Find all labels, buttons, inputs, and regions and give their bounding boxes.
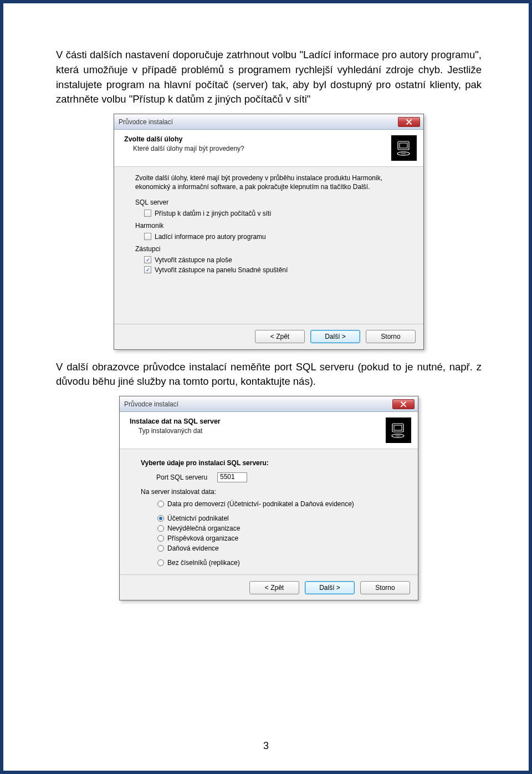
dialog-header: Instalace dat na SQL server Typ instalov… [120,412,418,449]
svg-point-3 [401,153,406,155]
radio-label: Příspěvková organizace [167,534,238,542]
checkbox-row-debug[interactable]: Ladící informace pro autory programu [135,232,410,242]
close-icon [400,401,407,407]
radio-label: Nevýdělečná organizace [167,525,240,532]
paragraph-1: V části dalších nastavení doporučuje zat… [56,48,482,107]
checkbox-icon [144,233,151,240]
installer-icon [391,135,417,161]
checkbox-row-network[interactable]: Přístup k datům i z jiných počítačů v sí… [135,208,410,218]
checkbox-row-desktop[interactable]: Vytvořit zástupce na ploše [135,255,410,265]
checkbox-label: Přístup k datům i z jiných počítačů v sí… [155,210,271,217]
checkbox-icon [144,266,151,273]
button-bar: < Zpět Další > Storno [120,574,418,600]
radio-icon [157,525,164,532]
radio-icon [157,515,164,522]
checkbox-label: Vytvořit zástupce na panelu Snadné spušt… [155,266,288,274]
window-title: Průvodce instalací [119,118,398,126]
close-button[interactable] [398,117,420,127]
svg-point-7 [395,435,401,437]
radio-label: Data pro demoverzi (Účetnictví- podnikat… [167,500,354,508]
checkbox-label: Vytvořit zástupce na ploše [155,256,232,264]
radio-icon [157,535,164,542]
dialog-content: Zvolte další úlohy, které mají být prove… [114,167,423,323]
section-harmonik: Harmonik [135,222,410,230]
titlebar: Průvodce instalací [114,114,423,130]
section-zastupci: Zástupci [135,245,410,253]
radio-label: Bez číselníků (replikace) [167,559,240,567]
next-button[interactable]: Další > [310,330,360,343]
dialog-header: Zvolte další úlohy Které další úlohy maj… [114,130,423,167]
header-heading: Zvolte další úlohy [124,135,386,143]
installer-icon [386,417,411,443]
titlebar: Průvodce instalací [120,396,418,412]
radio-label: Daňová evidence [167,544,219,552]
port-label: Port SQL serveru [156,473,217,481]
section-sql: SQL server [135,198,410,206]
button-bar: < Zpět Další > Storno [114,324,423,349]
back-button[interactable]: < Zpět [255,330,305,343]
cancel-button[interactable]: Storno [360,581,410,594]
intro-text: Zvolte další úlohy, které mají být prove… [135,174,410,191]
radio-bez-ciselniku[interactable]: Bez číselníků (replikace) [141,558,405,568]
radio-ucetnictvi[interactable]: Účetnictví podnikatel [141,513,405,523]
svg-rect-5 [394,425,402,430]
radio-icon [157,501,164,507]
window-title: Průvodce instalací [124,400,392,408]
radio-demo[interactable]: Data pro demoverzi (Účetnictví- podnikat… [141,499,405,509]
prompt-label: Vyberte údaje pro instalaci SQL serveru: [141,459,405,467]
checkbox-row-quicklaunch[interactable]: Vytvořit zástupce na panelu Snadné spušt… [135,265,410,275]
install-data-label: Na server instalovat data: [141,488,405,496]
dialog-content: Vyberte údaje pro instalaci SQL serveru:… [120,449,418,574]
close-button[interactable] [392,399,415,409]
radio-prispevkova[interactable]: Příspěvková organizace [141,533,405,543]
paragraph-2: V další obrazovce průvodce instalací nem… [56,360,482,390]
dialog-tasks: Průvodce instalací Zvolte další úlohy Kt… [114,114,424,349]
radio-icon [157,559,164,566]
port-input[interactable]: 5501 [217,472,247,482]
next-button[interactable]: Další > [305,581,355,594]
header-sub: Typ instalovaných dat [139,427,380,435]
radio-nevydelecna[interactable]: Nevýdělečná organizace [141,523,405,533]
close-icon [406,119,412,125]
dialog-sql-install: Průvodce instalací Instalace dat na SQL … [119,396,418,600]
radio-icon [157,545,164,552]
svg-rect-1 [400,143,407,148]
page-number: 3 [3,740,529,752]
back-button[interactable]: < Zpět [249,581,299,594]
radio-danova[interactable]: Daňová evidence [141,543,405,553]
checkbox-icon [144,210,151,217]
header-sub: Které další úlohy mají být provedeny? [133,145,386,152]
radio-label: Účetnictví podnikatel [167,515,229,522]
header-heading: Instalace dat na SQL server [130,417,380,425]
cancel-button[interactable]: Storno [366,330,416,343]
checkbox-label: Ladící informace pro autory programu [155,233,266,241]
checkbox-icon [144,256,151,263]
